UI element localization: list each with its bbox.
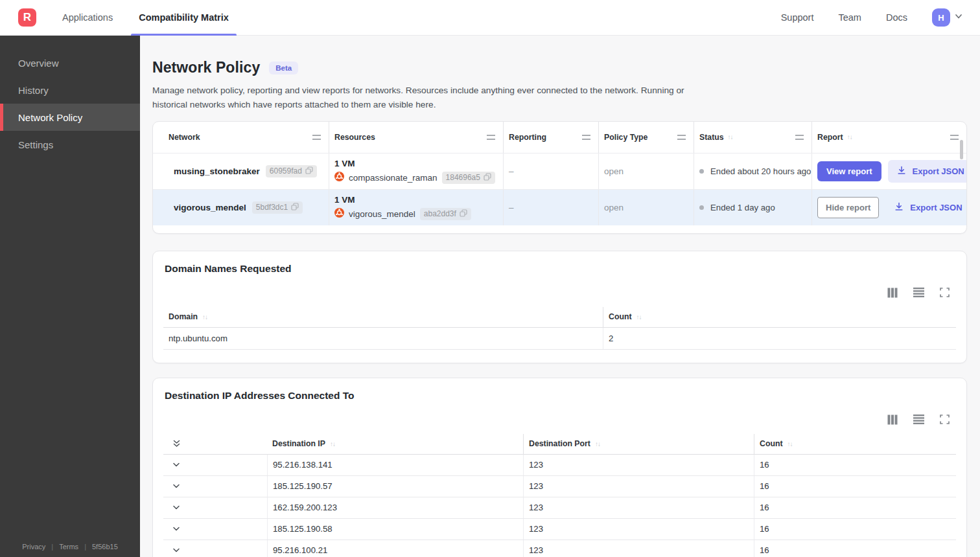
column-resize-handle-icon[interactable] <box>795 135 804 140</box>
export-json-button[interactable]: Export JSON <box>885 196 967 219</box>
rows-icon[interactable] <box>913 288 924 297</box>
resource-name: compassionate_raman <box>349 173 438 183</box>
column-header-destination-ip[interactable]: Destination IP ↑↓ <box>267 434 523 454</box>
view-report-button[interactable]: View report <box>817 161 881 181</box>
ip-row[interactable]: 95.216.100.21 123 16 <box>163 540 956 557</box>
sort-icon[interactable]: ↑↓ <box>728 133 733 141</box>
scrollbar-thumb[interactable] <box>960 140 963 159</box>
download-icon <box>894 201 904 214</box>
network-id-badge[interactable]: 60959fad <box>266 165 317 177</box>
report-cell: Hide report Export JSON <box>811 190 967 225</box>
sidebar-item-settings[interactable]: Settings <box>0 131 140 158</box>
user-avatar[interactable]: H <box>932 8 950 27</box>
sort-icon[interactable]: ↑↓ <box>595 440 600 448</box>
columns-icon[interactable] <box>887 415 898 425</box>
destination-ip-cell: 185.125.190.57 <box>267 476 523 497</box>
export-json-button[interactable]: Export JSON <box>888 160 967 183</box>
expand-all-header-cell <box>163 434 267 454</box>
ip-row[interactable]: 162.159.200.123 123 16 <box>163 497 956 519</box>
resource-id-badge[interactable]: 184696a5 <box>442 172 495 184</box>
destination-ip-cell: 162.159.200.123 <box>267 497 523 518</box>
copy-icon[interactable] <box>484 173 491 183</box>
resources-cell: 1 VM vigorous_mendel aba2dd3f <box>329 190 503 225</box>
reporting-cell: – <box>503 190 598 225</box>
network-row[interactable]: musing_stonebraker 60959fad 1 VM compass… <box>153 153 966 189</box>
sidebar-item-network-policy[interactable]: Network Policy <box>0 104 140 131</box>
copy-icon[interactable] <box>305 166 313 176</box>
tab-compatibility-matrix[interactable]: Compatibility Matrix <box>137 0 230 36</box>
card-toolbar <box>163 288 950 298</box>
column-resize-handle-icon[interactable] <box>677 135 686 140</box>
column-resize-handle-icon[interactable] <box>582 135 590 140</box>
sort-icon[interactable]: ↑↓ <box>636 313 642 321</box>
navbar-right: Support Team Docs H <box>781 8 980 27</box>
column-header-reporting[interactable]: Reporting <box>503 122 598 153</box>
nav-link-docs[interactable]: Docs <box>886 12 907 23</box>
user-menu-chevron[interactable] <box>954 12 963 23</box>
sort-icon[interactable]: ↑↓ <box>202 313 207 321</box>
sort-icon[interactable]: ↑↓ <box>847 133 852 141</box>
column-label: Report <box>817 133 843 142</box>
column-resize-handle-icon[interactable] <box>950 135 959 140</box>
domain-row[interactable]: ntp.ubuntu.com 2 <box>163 328 956 350</box>
column-resize-handle-icon[interactable] <box>312 135 321 140</box>
resource-name: vigorous_mendel <box>349 209 415 219</box>
expand-row-icon[interactable] <box>172 484 180 489</box>
copy-icon[interactable] <box>460 209 467 219</box>
column-header-resources[interactable]: Resources <box>329 122 503 153</box>
hide-report-button[interactable]: Hide report <box>817 197 879 218</box>
copy-icon[interactable] <box>291 203 299 212</box>
policy-type-cell: open <box>598 190 694 225</box>
sidebar-item-history[interactable]: History <box>0 76 140 104</box>
fullscreen-icon[interactable] <box>940 288 950 297</box>
footer-divider: | <box>84 543 86 551</box>
sort-icon[interactable]: ↑↓ <box>788 440 793 448</box>
vm-count: 1 VM <box>334 195 355 205</box>
ip-row[interactable]: 185.125.190.58 123 16 <box>163 519 956 540</box>
network-row[interactable]: vigorous_mendel 5bdf3dc1 1 VM vigorous_m… <box>153 189 966 225</box>
column-header-status[interactable]: Status↑↓ <box>694 122 811 153</box>
status-cell: Ended about 20 hours ago <box>694 153 811 189</box>
column-header-count[interactable]: Count ↑↓ <box>754 434 956 454</box>
column-header-policy-type[interactable]: Policy Type <box>598 122 694 153</box>
footer-divider: | <box>51 543 53 551</box>
ip-row[interactable]: 95.216.138.141 123 16 <box>163 455 956 476</box>
nav-link-team[interactable]: Team <box>838 12 861 23</box>
export-json-label: Export JSON <box>910 203 962 212</box>
fullscreen-icon[interactable] <box>940 415 950 424</box>
app-logo[interactable]: R <box>18 8 36 27</box>
card-toolbar <box>163 415 950 425</box>
destination-port-cell: 123 <box>523 519 754 540</box>
column-header-destination-port[interactable]: Destination Port ↑↓ <box>523 434 754 454</box>
expand-row-icon[interactable] <box>172 527 180 532</box>
column-header-report[interactable]: Report↑↓ <box>811 122 966 153</box>
sidebar-item-overview[interactable]: Overview <box>0 49 140 76</box>
destination-port-cell: 123 <box>523 540 754 557</box>
expand-row-cell <box>163 455 267 475</box>
column-header-domain[interactable]: Domain ↑↓ <box>163 307 603 327</box>
expand-row-icon[interactable] <box>172 505 180 510</box>
column-label: Destination IP <box>272 439 325 448</box>
column-resize-handle-icon[interactable] <box>487 135 495 140</box>
ip-row[interactable]: 185.125.190.57 123 16 <box>163 476 956 497</box>
count-cell: 16 <box>754 476 956 497</box>
tab-applications[interactable]: Applications <box>61 0 114 36</box>
terms-link[interactable]: Terms <box>59 543 78 551</box>
sort-icon[interactable]: ↑↓ <box>330 440 335 448</box>
network-id-badge[interactable]: 5bdf3dc1 <box>252 201 303 214</box>
resources-cell: 1 VM compassionate_raman 184696a5 <box>329 153 503 189</box>
sidebar: Overview History Network Policy Settings… <box>0 36 140 557</box>
expand-row-icon[interactable] <box>172 462 180 468</box>
resource-id-badge[interactable]: aba2dd3f <box>420 208 471 220</box>
column-header-network[interactable]: Network <box>153 122 329 153</box>
nav-link-support[interactable]: Support <box>781 12 814 23</box>
rows-icon[interactable] <box>913 415 924 424</box>
expand-row-icon[interactable] <box>172 548 180 553</box>
report-cell: View report Export JSON <box>811 153 967 189</box>
privacy-link[interactable]: Privacy <box>22 543 45 551</box>
columns-icon[interactable] <box>887 288 898 298</box>
column-header-count[interactable]: Count ↑↓ <box>603 307 956 327</box>
build-id: 5f56b15 <box>92 543 118 551</box>
destination-ips-card: Destination IP Addresses Connected To De… <box>152 378 967 557</box>
expand-all-icon[interactable] <box>172 439 181 448</box>
